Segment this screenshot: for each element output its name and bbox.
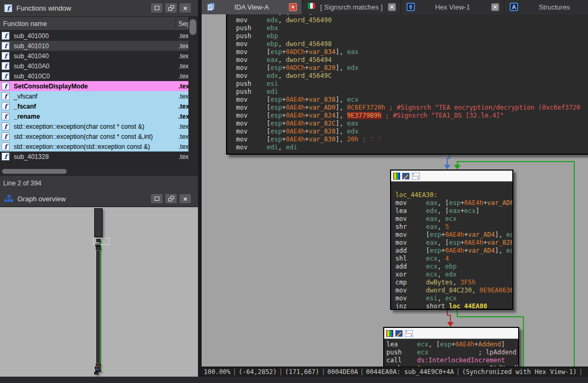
tab-ida-view-a[interactable]: IDA View-A× bbox=[202, 0, 302, 14]
code-line[interactable]: push ebp bbox=[236, 32, 588, 40]
function-row[interactable]: f_vfscanf.text bbox=[0, 91, 188, 101]
code-line[interactable]: mov [esp+0AE4h+var_AD0], 0C6EF3720h ; #S… bbox=[236, 104, 588, 112]
function-list-hscrollbar[interactable] bbox=[0, 168, 188, 175]
maximize-button[interactable] bbox=[150, 3, 163, 13]
tab-hex-view-1[interactable]: 0Hex View-1× bbox=[401, 0, 504, 14]
function-row[interactable]: fsub_4010C0.text bbox=[0, 71, 188, 81]
function-name: sub_401000 bbox=[14, 32, 49, 40]
group-node-icon[interactable] bbox=[412, 173, 420, 180]
code-line[interactable]: mov eax, [esp+0AE4h+var_828] bbox=[395, 239, 512, 247]
edit-comment-icon[interactable] bbox=[402, 173, 410, 180]
color-palette-icon[interactable] bbox=[386, 330, 393, 337]
code-line[interactable]: mov [esp+0AE4h+var_AD4], eax bbox=[395, 231, 512, 239]
function-list-vscrollbar[interactable] bbox=[188, 17, 198, 168]
function-row[interactable]: fsub_401040.text bbox=[0, 51, 188, 61]
column-segment[interactable]: Segm bbox=[178, 20, 188, 28]
code-line[interactable]: mov edx, dword_456490 bbox=[236, 16, 588, 24]
code-line[interactable]: lea ecx, [esp+0AE4h+Addend] bbox=[386, 341, 518, 349]
function-row[interactable]: fSetConsoleDisplayMode.text bbox=[0, 81, 188, 91]
code-line[interactable]: mov [esp+0AE4h+var_838], ecx bbox=[236, 96, 588, 104]
function-icon: f bbox=[2, 122, 10, 130]
vscrollbar-thumb[interactable] bbox=[189, 19, 196, 35]
code-line[interactable]: mov edi, edi bbox=[236, 144, 588, 152]
code-line[interactable]: push ebx bbox=[236, 24, 588, 32]
graph-overview-minimap[interactable] bbox=[0, 207, 198, 377]
code-line[interactable]: mov [esp+0AE4h+var_830], 20h ; ' ' bbox=[236, 136, 588, 144]
code-line[interactable] bbox=[395, 183, 512, 191]
edge-blue bbox=[447, 158, 448, 165]
function-row[interactable]: f_fscanf.text bbox=[0, 101, 188, 111]
tab-close-icon[interactable]: × bbox=[491, 3, 499, 11]
status-bar: 100.00%|(-64,2852)|(171,667)|0004DE0A|00… bbox=[202, 367, 588, 377]
tab-bar: IDA View-A×[ Signsrch matches ]×0Hex Vie… bbox=[202, 0, 588, 14]
function-segment: .text bbox=[178, 133, 188, 140]
code-line[interactable]: jnz short loc_44EA80 bbox=[395, 302, 512, 310]
column-function-name[interactable]: Function name bbox=[0, 20, 47, 28]
code-line[interactable]: mov eax, dword_456494 bbox=[236, 56, 588, 64]
function-row[interactable]: fstd::exception::exception(char const * … bbox=[0, 121, 188, 131]
code-line[interactable]: mov [esp+0ADCh+var_834], eax bbox=[236, 48, 588, 56]
function-row[interactable]: fstd::exception::exception(std::exceptio… bbox=[0, 141, 188, 152]
basic-block-loc-44EA30[interactable]: loc_44EA30:mov eax, [esp+0AE4h+var_AD0]l… bbox=[390, 170, 513, 310]
code-line[interactable]: mov esi, ecx bbox=[395, 295, 512, 302]
code-line[interactable]: push esi bbox=[236, 80, 588, 88]
tab-structures[interactable]: AStructures bbox=[504, 0, 588, 14]
code-line[interactable]: add [esp+0AE4h+var_AD4], eax bbox=[395, 247, 512, 255]
minimap-node bbox=[94, 372, 98, 375]
function-row[interactable]: f_rename.text bbox=[0, 111, 188, 121]
float-button[interactable] bbox=[165, 193, 177, 204]
code-line[interactable]: lea edx, [eax+ecx] bbox=[395, 207, 512, 215]
function-icon: f bbox=[2, 92, 10, 100]
code-line[interactable]: shr eax, 5 bbox=[395, 223, 512, 231]
tab-label: IDA View-A bbox=[234, 3, 269, 11]
column-divider[interactable] bbox=[175, 19, 176, 29]
italy-flag-icon bbox=[307, 3, 316, 11]
status-divider: | bbox=[279, 368, 283, 376]
hscrollbar-thumb[interactable] bbox=[2, 169, 67, 174]
code-line[interactable]: cmp dwBytes, 3F5h bbox=[395, 279, 512, 287]
edge-green-taken bbox=[457, 316, 524, 317]
code-line[interactable]: mov [esp+0ADCh+var_820], edx bbox=[236, 64, 588, 72]
graph-overview-buttons: × bbox=[150, 193, 192, 204]
tab-close-icon[interactable]: × bbox=[289, 3, 297, 11]
group-node-icon[interactable] bbox=[405, 330, 413, 337]
code-line[interactable]: push edi bbox=[236, 88, 588, 96]
code-line[interactable]: mov eax, [esp+0AE4h+var_AD0] bbox=[395, 199, 512, 207]
disassembly-graph[interactable]: mov eax, [eax+4]mov edx, dword_456490pus… bbox=[202, 14, 588, 377]
status-field: 100.00% bbox=[202, 368, 233, 376]
code-line[interactable]: mov [esp+0AE4h+var_828], edx bbox=[236, 128, 588, 136]
tab-close-icon[interactable]: × bbox=[388, 3, 396, 11]
color-palette-icon[interactable] bbox=[393, 173, 400, 180]
function-row-partial[interactable] bbox=[0, 162, 188, 168]
function-row[interactable]: fsub_401010.text bbox=[0, 41, 188, 51]
code-line[interactable]: call ds:InterlockedIncrement bbox=[386, 357, 518, 364]
tab-signsrch-matches[interactable]: [ Signsrch matches ]× bbox=[302, 0, 401, 14]
function-row[interactable]: fsub_4010A0.text bbox=[0, 61, 188, 71]
code-line[interactable]: add ecx, ebp bbox=[395, 263, 512, 271]
minimap-viewport-rect[interactable] bbox=[93, 238, 110, 245]
code-line[interactable]: mov dword_84C230, 0E9EA0636h bbox=[395, 287, 512, 295]
close-button[interactable]: × bbox=[179, 3, 192, 13]
code-line[interactable]: mov eax, ecx bbox=[395, 215, 512, 223]
code-line[interactable]: mov edx, dword_45649C bbox=[236, 72, 588, 80]
basic-block-entry[interactable]: mov eax, [eax+4]mov edx, dword_456490pus… bbox=[226, 14, 588, 155]
edit-comment-icon[interactable] bbox=[395, 330, 403, 337]
code-line[interactable]: mov ebp, dword_456498 bbox=[236, 40, 588, 48]
panel-divider[interactable] bbox=[198, 0, 202, 377]
function-icon: f bbox=[2, 153, 10, 161]
function-name: sub_401010 bbox=[14, 42, 49, 50]
code-line[interactable]: loc_44EA30: bbox=[395, 191, 512, 199]
function-row[interactable]: fsub_401000.text bbox=[0, 31, 188, 41]
status-field: 0004DE0A bbox=[325, 368, 360, 376]
function-row[interactable]: fsub_401328.text bbox=[0, 152, 188, 162]
code-line[interactable]: push ecx ; lpAddend bbox=[386, 349, 518, 357]
code-line[interactable]: xor ecx, edx bbox=[395, 271, 512, 279]
code-line[interactable]: mov [esp+0AE4h+var_82C], eax bbox=[236, 120, 588, 128]
float-button[interactable] bbox=[165, 3, 177, 13]
close-button[interactable]: × bbox=[179, 193, 192, 204]
function-row[interactable]: fstd::exception::exception(char const * … bbox=[0, 131, 188, 141]
function-icon: f bbox=[2, 52, 10, 60]
code-line[interactable]: mov [esp+0AE4h+var_824], 9E3779B9h ; #Si… bbox=[236, 112, 588, 120]
maximize-button[interactable] bbox=[150, 193, 163, 204]
code-line[interactable]: shl ecx, 4 bbox=[395, 255, 512, 263]
